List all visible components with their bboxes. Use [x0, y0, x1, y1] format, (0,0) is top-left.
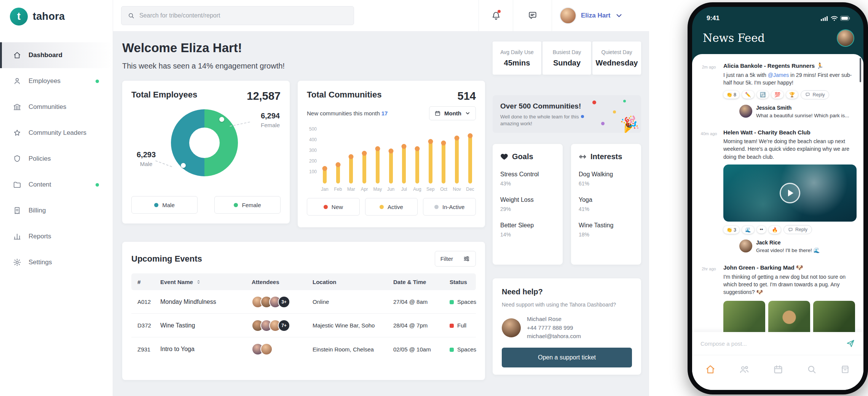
phone-nav-search[interactable]	[806, 364, 817, 376]
event-row[interactable]: D372 Wine Tasting 7+ Majestic Wine Bar, …	[131, 314, 476, 337]
beach-cleanup-video[interactable]	[723, 164, 857, 222]
logo-mark: t	[10, 8, 28, 26]
scrollbar[interactable]	[860, 58, 861, 82]
reply-button[interactable]: Reply	[783, 225, 812, 234]
confetti	[613, 110, 616, 113]
compose-input[interactable]	[700, 340, 841, 347]
mention-link[interactable]: @James	[768, 72, 789, 78]
bar-Nov: Nov	[452, 136, 462, 192]
reaction-pill[interactable]: 🏆	[786, 91, 798, 99]
sidebar-item-settings[interactable]: Settings	[0, 249, 113, 275]
event-id: D372	[137, 322, 160, 329]
donut-hole	[189, 128, 220, 158]
user-avatar	[560, 7, 576, 24]
dumbbell-icon	[579, 153, 587, 161]
post-text: I'm thinking of getting a new dog but no…	[723, 273, 857, 296]
reaction-pill[interactable]: ••	[757, 226, 766, 233]
send-icon[interactable]	[846, 339, 855, 348]
sidebar-item-label: Billing	[29, 207, 46, 214]
attendee-avatars	[252, 343, 313, 355]
legend-female[interactable]: Female	[214, 196, 281, 214]
total-employees-card: Total Employees 12,587 6,294	[122, 81, 290, 224]
search-input[interactable]	[139, 12, 348, 19]
confetti	[623, 100, 626, 102]
profile-menu[interactable]: Eliza Hart	[552, 0, 649, 31]
phone-nav-events[interactable]	[773, 364, 783, 376]
sidebar-item-dashboard[interactable]: Dashboard	[0, 42, 113, 68]
donut-marker	[181, 163, 186, 168]
sidebar-item-content[interactable]: Content	[0, 172, 113, 198]
feed-post: 2m ago Alicia Bankole - Regents Runners …	[699, 62, 857, 119]
phone-user-avatar[interactable]	[837, 29, 854, 47]
sidebar-item-reports[interactable]: Reports	[0, 224, 113, 249]
receipt-icon	[13, 206, 21, 215]
post-author: Alicia Bankole - Regents Runners 🏃	[723, 62, 857, 69]
total-communities-card: Total Communities 514 New communities th…	[298, 81, 485, 227]
post-author: Helen Watt - Charity Beach Club	[723, 129, 857, 136]
reaction-pill[interactable]: 🔃	[757, 91, 769, 99]
brand-logo[interactable]: t tahora	[0, 0, 113, 26]
reaction-pill[interactable]: 👏 8	[723, 91, 739, 99]
reaction-pill[interactable]: 💯	[771, 91, 783, 99]
compose-bar[interactable]	[692, 332, 863, 355]
legend-active[interactable]: Active	[365, 198, 418, 216]
sidebar-item-communities[interactable]: Communities	[0, 94, 113, 120]
column-event-name[interactable]: Event Name	[160, 279, 252, 285]
sidebar-item-label: Communities	[29, 103, 66, 111]
sidebar-item-employees[interactable]: Employees	[0, 68, 113, 94]
bar-Jul: Jul	[399, 145, 409, 192]
post-comment: Jessica Smith What a beautiful sunrise! …	[739, 105, 857, 120]
event-row[interactable]: Z931 Intro to Yoga Einstein Room, Chelse…	[131, 337, 476, 361]
sidebar-item-label: Reports	[29, 233, 51, 240]
wifi-icon	[831, 16, 838, 21]
confetti	[601, 122, 605, 125]
reaction-pill[interactable]: 👏 3	[723, 226, 739, 234]
legend-male[interactable]: Male	[131, 196, 198, 214]
notifications-button[interactable]	[479, 0, 513, 31]
phone-nav-shop[interactable]	[840, 364, 850, 376]
sidebar-item-billing[interactable]: Billing	[0, 198, 113, 224]
y-axis-tick: 400	[307, 137, 317, 142]
reaction-pill[interactable]: 🔥	[769, 226, 781, 234]
person-icon	[13, 77, 21, 85]
reaction-pill[interactable]: ✏️	[742, 91, 754, 99]
phone-nav-communities[interactable]	[739, 364, 750, 376]
reply-button[interactable]: Reply	[801, 90, 829, 99]
legend-inactive[interactable]: In-Active	[423, 198, 476, 216]
event-datetime: 28/04 @ 7pm	[393, 322, 450, 329]
search-bar[interactable]	[121, 6, 354, 25]
phone-nav-home[interactable]	[705, 364, 716, 376]
new-dot	[324, 205, 328, 209]
goal-item: Weight Loss 29%	[500, 196, 555, 212]
open-support-ticket-button[interactable]: Open a support ticket	[502, 348, 632, 367]
stat-quietest-day: Quietest Day Wednesday	[592, 42, 641, 75]
video-play-button[interactable]	[780, 183, 800, 203]
sidebar-item-label: Dashboard	[29, 51, 62, 59]
filter-button[interactable]: Filter	[435, 251, 476, 267]
sidebar-item-policies[interactable]: Policies	[0, 146, 113, 172]
bar-month-label: Oct	[440, 187, 447, 192]
reaction-pill[interactable]: 🌊	[742, 226, 754, 234]
sidebar-item-community-leaders[interactable]: Community Leaders	[0, 120, 113, 146]
help-card: Need help? Need support with using the T…	[493, 278, 641, 375]
post-time: 2m ago	[699, 65, 719, 69]
male-dot	[154, 203, 158, 207]
legend-new[interactable]: New	[307, 198, 360, 216]
folder-icon	[13, 180, 21, 189]
employees-donut-chart	[171, 109, 238, 176]
messages-button[interactable]	[513, 0, 552, 31]
bar-month-label: Sep	[426, 187, 434, 192]
feed-post: 40m ago Helen Watt - Charity Beach Club …	[699, 129, 857, 254]
bar-month-label: Jan	[321, 187, 328, 192]
new-communities-count: 17	[381, 110, 388, 117]
month-selector[interactable]: Month	[429, 106, 476, 120]
interests-card: Interests Dog Walking 61% Yoga 41% Wine …	[571, 144, 641, 265]
phone-status-bar: 9:41	[692, 7, 863, 26]
reactions-row: 👏 3 🌊 •• 🔥 Reply	[723, 225, 857, 234]
communities-total: 514	[458, 90, 476, 102]
post-time: 40m ago	[699, 131, 719, 136]
interest-item: Yoga 41%	[579, 196, 633, 212]
event-row[interactable]: A012 Monday Mindfulness 3+ Online 27/04 …	[131, 290, 476, 314]
usage-stats: Avg Daily Use 45mins Busiest Day Sunday …	[493, 42, 641, 75]
bar-chart-bars: JanFebMarAprMayJunJulAugSepOctNovDec	[319, 126, 476, 192]
